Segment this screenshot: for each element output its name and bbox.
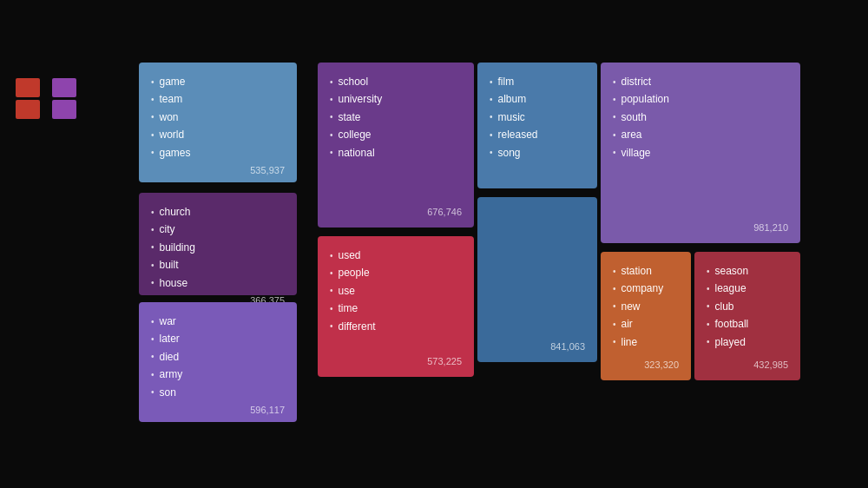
tile-item: film — [490, 73, 585, 90]
tile-item: population — [613, 90, 788, 108]
legend-cell-1 — [16, 78, 40, 97]
tile-items-5: usedpeopleusetimedifferent — [330, 247, 462, 353]
tile-items-7: stationcompanynewairline — [613, 262, 679, 356]
tile-item: died — [151, 348, 285, 366]
tile-item: song — [490, 144, 585, 162]
tile-item: league — [707, 280, 788, 297]
tile-item: church — [151, 203, 285, 221]
tile-count-7: 323,320 — [644, 356, 679, 370]
tile-item: school — [330, 73, 462, 90]
tile-item: club — [707, 298, 788, 315]
tile-item: season — [707, 262, 788, 280]
legend-cell-3 — [16, 100, 40, 119]
film-tile[interactable]: filmalbummusicreleasedsong — [477, 63, 597, 188]
tile-item: used — [330, 247, 462, 264]
tile-item: son — [151, 384, 285, 401]
district-tile[interactable]: districtpopulationsouthareavillage981,21… — [601, 63, 800, 243]
tile-items-2: filmalbummusicreleasedsong — [490, 73, 585, 178]
season-tile[interactable]: seasonleagueclubfootballplayed432,985 — [694, 252, 800, 380]
tile-item: built — [151, 256, 285, 274]
station-tile[interactable]: stationcompanynewairline323,320 — [601, 252, 691, 380]
tile-item: station — [613, 262, 679, 280]
legend-cell-4 — [52, 100, 76, 119]
tile-item: football — [707, 315, 788, 333]
tile-items-9: warlaterdiedarmyson — [151, 313, 285, 401]
tile-items-8: seasonleagueclubfootballplayed — [707, 262, 788, 356]
tile-count-5: 573,225 — [427, 353, 462, 366]
tile-count-9: 596,117 — [250, 401, 285, 415]
film-bottom-tile[interactable]: 841,063 — [477, 197, 597, 362]
church-tile[interactable]: churchcitybuildingbuilthouse366,375 — [139, 193, 297, 295]
tile-item: music — [490, 109, 585, 126]
tile-item: south — [613, 109, 788, 126]
war-tile[interactable]: warlaterdiedarmyson596,117 — [139, 302, 297, 422]
tile-item: army — [151, 366, 285, 383]
tile-item: war — [151, 313, 285, 330]
tile-item: building — [151, 239, 285, 256]
legend-cell-2 — [52, 78, 76, 97]
tile-count-3: 981,210 — [753, 219, 788, 233]
tile-item: played — [707, 333, 788, 351]
tile-item: college — [330, 126, 462, 143]
tile-item: district — [613, 73, 788, 90]
tile-item: new — [613, 298, 679, 315]
tile-item: time — [330, 300, 462, 317]
school-tile[interactable]: schooluniversitystatecollegenational676,… — [318, 63, 474, 228]
tile-item: released — [490, 126, 585, 143]
tile-item: people — [330, 264, 462, 281]
tile-items-0: gameteamwonworldgames — [151, 73, 285, 162]
legend-grid — [16, 78, 85, 119]
tile-item: album — [490, 90, 585, 108]
tile-items-3: districtpopulationsouthareavillage — [613, 73, 788, 219]
tile-item: different — [330, 318, 462, 335]
tile-item: house — [151, 274, 285, 292]
tile-item: use — [330, 282, 462, 300]
tile-item: air — [613, 315, 679, 333]
tile-items-1: schooluniversitystatecollegenational — [330, 73, 462, 203]
tile-item: line — [613, 333, 679, 351]
tile-item: university — [330, 90, 462, 108]
tile-count-8: 432,985 — [753, 356, 788, 370]
tile-item: game — [151, 73, 285, 90]
tile-item: later — [151, 330, 285, 347]
tile-item: village — [613, 144, 788, 162]
tile-item: state — [330, 109, 462, 126]
tile-count-6: 841,063 — [550, 338, 585, 352]
tile-item: national — [330, 144, 462, 162]
tile-item: world — [151, 126, 285, 143]
tile-item: city — [151, 221, 285, 238]
tile-count-1: 676,746 — [427, 203, 462, 217]
tile-item: team — [151, 90, 285, 108]
tile-item: area — [613, 126, 788, 143]
game-tile[interactable]: gameteamwonworldgames535,937 — [139, 63, 297, 182]
tile-item: company — [613, 280, 679, 297]
tile-item: won — [151, 109, 285, 126]
tile-count-0: 535,937 — [250, 162, 285, 175]
used-tile[interactable]: usedpeopleusetimedifferent573,225 — [318, 236, 474, 377]
tile-item: games — [151, 144, 285, 162]
tile-items-4: churchcitybuildingbuilthouse — [151, 203, 285, 292]
